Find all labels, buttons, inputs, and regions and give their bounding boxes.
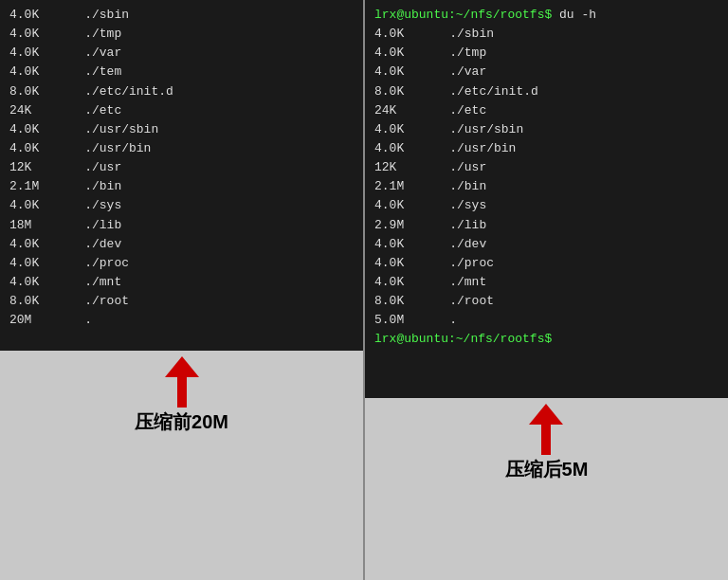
term-path: ./usr xyxy=(55,158,121,177)
term-size: 4.0K xyxy=(374,25,420,44)
left-terminal: 4.0K ./sbin4.0K ./tmp4.0K ./var4.0K ./te… xyxy=(0,0,363,351)
term-size: 8.0K xyxy=(374,82,420,101)
svg-marker-3 xyxy=(529,404,563,425)
right-terminal: lrx@ubuntu:~/nfs/rootfs$ du -h4.0K ./sbi… xyxy=(365,0,728,398)
right-command: du -h xyxy=(552,6,596,25)
term-size: 4.0K xyxy=(374,120,420,139)
right-arrow-icon xyxy=(525,404,567,455)
term-size: 8.0K xyxy=(9,292,55,311)
term-path: ./usr/sbin xyxy=(420,120,523,139)
right-terminal-line: 4.0K ./usr/bin xyxy=(374,139,719,158)
left-terminal-line: 4.0K ./sys xyxy=(9,196,354,215)
term-size: 4.0K xyxy=(374,44,420,63)
right-terminal-line: 12K ./usr xyxy=(374,158,719,177)
term-size: 4.0K xyxy=(374,235,420,254)
term-size: 4.0K xyxy=(9,273,55,292)
term-path: ./lib xyxy=(55,216,121,235)
term-path: ./var xyxy=(420,63,486,82)
term-size: 24K xyxy=(374,101,420,120)
right-terminal-line: 2.9M ./lib xyxy=(374,216,719,235)
term-path: ./etc/init.d xyxy=(55,82,173,101)
term-path: ./dev xyxy=(55,235,121,254)
right-terminal-line: 4.0K ./proc xyxy=(374,254,719,273)
term-size: 4.0K xyxy=(374,63,420,82)
term-path: ./bin xyxy=(55,177,121,196)
term-size: 4.0K xyxy=(374,254,420,273)
term-path: ./sys xyxy=(420,196,486,215)
term-path: ./proc xyxy=(420,254,494,273)
term-size: 2.1M xyxy=(374,177,420,196)
term-path: ./bin xyxy=(420,177,486,196)
left-terminal-line: 8.0K ./etc/init.d xyxy=(9,82,354,101)
left-arrow-label-row: 压缩前20M xyxy=(0,356,363,435)
left-terminal-line: 4.0K ./proc xyxy=(9,254,354,273)
term-path: ./sbin xyxy=(55,6,129,25)
right-terminal-prompt-line: lrx@ubuntu:~/nfs/rootfs$ du -h xyxy=(374,6,719,25)
term-path: . xyxy=(55,311,92,330)
term-path: ./lib xyxy=(420,216,486,235)
left-terminal-line: 4.0K ./var xyxy=(9,44,354,63)
right-label-text: 压缩后5M xyxy=(505,457,589,482)
right-terminal-line: 8.0K ./etc/init.d xyxy=(374,82,719,101)
right-terminal-line: 2.1M ./bin xyxy=(374,177,719,196)
term-path: ./etc xyxy=(55,101,121,120)
term-size: 12K xyxy=(9,158,55,177)
term-size: 4.0K xyxy=(9,196,55,215)
term-size: 4.0K xyxy=(9,25,55,44)
right-terminal-line: 8.0K ./root xyxy=(374,292,719,311)
term-path: ./usr/bin xyxy=(55,139,151,158)
term-size: 4.0K xyxy=(9,120,55,139)
left-arrow-label: 压缩前20M xyxy=(135,356,228,435)
term-size: 4.0K xyxy=(374,273,420,292)
term-path: ./dev xyxy=(420,235,486,254)
right-terminal-line: 4.0K ./usr/sbin xyxy=(374,120,719,139)
left-terminal-line: 4.0K ./usr/sbin xyxy=(9,120,354,139)
right-panel: lrx@ubuntu:~/nfs/rootfs$ du -h4.0K ./sbi… xyxy=(365,0,728,580)
left-panel: 4.0K ./sbin4.0K ./tmp4.0K ./var4.0K ./te… xyxy=(0,0,363,580)
term-path: ./tmp xyxy=(420,44,486,63)
right-terminal-line: 5.0M . xyxy=(374,311,719,330)
term-path: ./usr/bin xyxy=(420,139,516,158)
right-terminal-line: 24K ./etc xyxy=(374,101,719,120)
right-prompt: lrx@ubuntu:~/nfs/rootfs$ xyxy=(374,6,552,25)
term-size: 8.0K xyxy=(374,292,420,311)
term-size: 12K xyxy=(374,158,420,177)
term-size: 8.0K xyxy=(9,82,55,101)
left-terminal-line: 8.0K ./root xyxy=(9,292,354,311)
term-path: ./mnt xyxy=(420,273,486,292)
left-terminal-line: 18M ./lib xyxy=(9,216,354,235)
term-path: ./sbin xyxy=(420,25,494,44)
left-arrow-icon xyxy=(161,356,203,408)
term-path: ./tem xyxy=(55,63,121,82)
right-arrow-label-row: 压缩后5M xyxy=(365,404,728,482)
term-path: . xyxy=(420,311,457,330)
right-terminal-end-prompt-line: lrx@ubuntu:~/nfs/rootfs$ xyxy=(374,330,719,349)
svg-rect-0 xyxy=(177,373,187,408)
term-size: 4.0K xyxy=(9,254,55,273)
left-terminal-line: 4.0K ./tmp xyxy=(9,25,354,44)
term-path: ./var xyxy=(55,44,121,63)
term-size: 20M xyxy=(9,311,55,330)
term-size: 4.0K xyxy=(9,63,55,82)
right-terminal-line: 4.0K ./sys xyxy=(374,196,719,215)
left-terminal-line: 4.0K ./mnt xyxy=(9,273,354,292)
right-terminal-line: 4.0K ./var xyxy=(374,63,719,82)
left-terminal-line: 4.0K ./tem xyxy=(9,63,354,82)
right-terminal-line: 4.0K ./dev xyxy=(374,235,719,254)
term-path: ./usr/sbin xyxy=(55,120,158,139)
term-path: ./etc/init.d xyxy=(420,82,538,101)
right-terminal-line: 4.0K ./tmp xyxy=(374,44,719,63)
term-size: 24K xyxy=(9,101,55,120)
term-size: 2.1M xyxy=(9,177,55,196)
left-terminal-line: 2.1M ./bin xyxy=(9,177,354,196)
left-terminal-line: 20M . xyxy=(9,311,354,330)
right-terminal-line: 4.0K ./mnt xyxy=(374,273,719,292)
right-end-prompt: lrx@ubuntu:~/nfs/rootfs$ xyxy=(374,330,552,349)
term-path: ./tmp xyxy=(55,25,121,44)
term-path: ./sys xyxy=(55,196,121,215)
left-terminal-line: 24K ./etc xyxy=(9,101,354,120)
term-path: ./root xyxy=(420,292,494,311)
term-size: 2.9M xyxy=(374,216,420,235)
term-size: 4.0K xyxy=(374,139,420,158)
term-size: 4.0K xyxy=(9,44,55,63)
